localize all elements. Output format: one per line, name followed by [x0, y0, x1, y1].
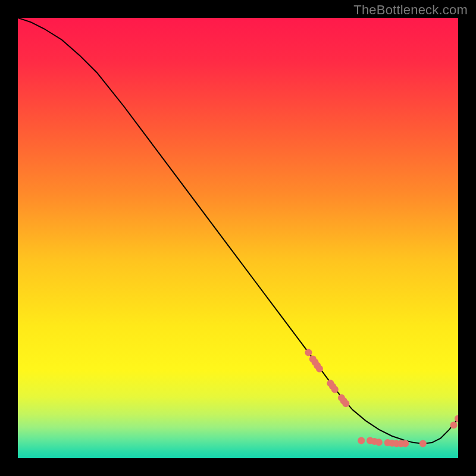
plot-area: [18, 18, 458, 458]
marker-dot: [342, 400, 349, 407]
marker-dot: [375, 439, 383, 446]
marker-dot: [305, 349, 312, 356]
chart-stage: TheBottleneck.com: [0, 0, 476, 476]
marker-dot: [316, 365, 323, 372]
watermark-label: TheBottleneck.com: [353, 2, 468, 18]
chart-background: [18, 18, 458, 458]
marker-dot: [450, 422, 458, 429]
marker-dot: [358, 437, 365, 444]
marker-dot: [331, 386, 339, 393]
marker-dot: [419, 440, 427, 447]
chart-svg: [18, 18, 458, 458]
marker-dot: [402, 440, 409, 447]
